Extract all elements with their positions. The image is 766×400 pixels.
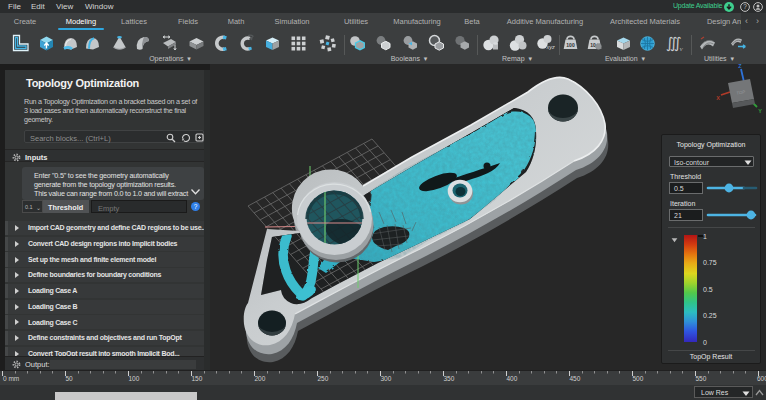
svg-text:Y: Y [758,108,762,114]
svg-text:?: ? [743,3,747,10]
svg-text:X: X [716,95,720,101]
svg-text:100: 100 [566,42,575,48]
svg-text:10: 10 [590,42,596,48]
svg-text:xyz: xyz [545,44,555,50]
svg-text:V: V [679,47,683,52]
